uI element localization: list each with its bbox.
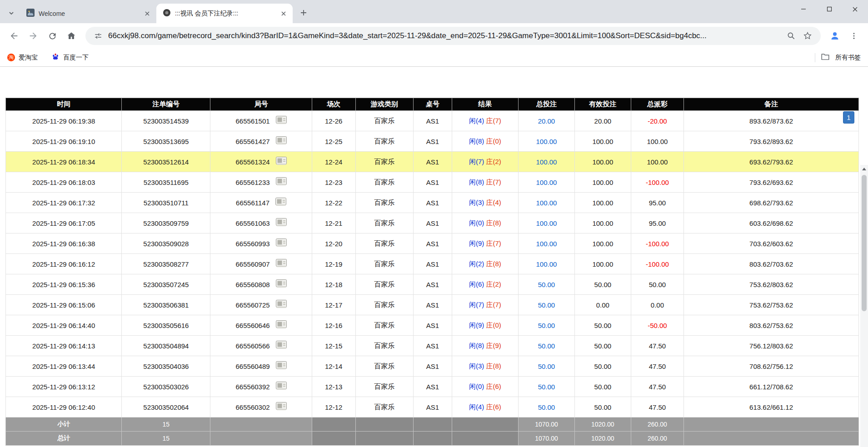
total-bet-link[interactable]: 100.00 bbox=[536, 260, 557, 268]
total-bet-link[interactable]: 100.00 bbox=[536, 179, 557, 186]
video-replay-icon[interactable] bbox=[276, 238, 287, 248]
forward-icon[interactable] bbox=[25, 28, 41, 44]
cell-game-type: 百家乐 bbox=[355, 131, 414, 152]
total-bet-link[interactable]: 100.00 bbox=[536, 158, 557, 166]
cell-table-number: AS1 bbox=[414, 131, 452, 152]
footer-empty-round bbox=[210, 432, 312, 446]
video-replay-icon[interactable] bbox=[276, 218, 287, 228]
result-banker: 庄(6) bbox=[486, 403, 501, 411]
tab-search-chevron-icon[interactable] bbox=[5, 6, 18, 20]
scroll-up-icon[interactable] bbox=[860, 165, 868, 173]
back-icon[interactable] bbox=[6, 28, 22, 44]
video-replay-icon[interactable] bbox=[276, 136, 287, 146]
cell-table-number: AS1 bbox=[414, 152, 452, 172]
cell-round-number: 665560725 bbox=[210, 295, 312, 315]
video-replay-icon[interactable] bbox=[276, 402, 287, 412]
window-close-icon[interactable] bbox=[842, 0, 868, 18]
result-player: 闲(8) bbox=[469, 178, 484, 186]
cell-payout: -20.00 bbox=[631, 111, 683, 131]
bookmark-star-icon[interactable] bbox=[801, 29, 814, 43]
tab-title: Welcome bbox=[39, 10, 139, 17]
total-bet-link[interactable]: 50.00 bbox=[538, 363, 555, 370]
video-replay-icon[interactable] bbox=[276, 279, 287, 289]
video-replay-icon[interactable] bbox=[276, 320, 287, 330]
header-valid-bet: 有效投注 bbox=[574, 98, 631, 111]
scrollbar[interactable] bbox=[860, 165, 868, 447]
total-bet-link[interactable]: 100.00 bbox=[536, 219, 557, 227]
cell-round-number: 665560489 bbox=[210, 356, 312, 377]
total-bet-link[interactable]: 50.00 bbox=[538, 301, 555, 309]
bookmark-item-aitaobao[interactable]: 淘 爱淘宝 bbox=[7, 54, 38, 62]
cell-time: 2025-11-29 06:14:40 bbox=[6, 315, 122, 336]
tab-welcome[interactable]: Welcome bbox=[20, 4, 156, 23]
round-number: 665561147 bbox=[236, 199, 269, 207]
profile-avatar-icon[interactable] bbox=[827, 28, 843, 44]
cell-total-bet: 50.00 bbox=[519, 356, 575, 377]
cell-table-number: AS1 bbox=[414, 172, 452, 193]
new-tab-button[interactable] bbox=[296, 5, 311, 20]
round-number: 665561427 bbox=[236, 138, 270, 145]
site-favicon bbox=[163, 9, 171, 19]
reload-icon[interactable] bbox=[44, 28, 60, 44]
site-settings-tune-icon[interactable] bbox=[92, 30, 105, 42]
address-bar[interactable]: 66cxkj98.com/game/betrecord_search/kind3… bbox=[85, 27, 821, 45]
round-number: 665561324 bbox=[236, 158, 270, 166]
tab-close-icon[interactable] bbox=[143, 9, 152, 18]
cell-valid-bet: 100.00 bbox=[574, 254, 631, 274]
cell-round-number: 665560566 bbox=[210, 336, 312, 356]
video-replay-icon[interactable] bbox=[276, 361, 287, 371]
video-replay-icon[interactable] bbox=[276, 300, 287, 310]
total-bet-link[interactable]: 50.00 bbox=[538, 342, 555, 350]
total-bet-link[interactable]: 50.00 bbox=[538, 281, 555, 288]
zoom-magnifier-icon[interactable] bbox=[784, 29, 798, 43]
round-number: 665561501 bbox=[236, 117, 270, 125]
tab-close-icon[interactable] bbox=[279, 9, 288, 18]
cell-total-bet: 100.00 bbox=[519, 152, 575, 172]
total-bet-link[interactable]: 50.00 bbox=[538, 383, 555, 391]
url-text[interactable]: 66cxkj98.com/game/betrecord_search/kind3… bbox=[108, 31, 782, 40]
video-replay-icon[interactable] bbox=[276, 259, 287, 269]
cell-round-number: 665561501 bbox=[210, 111, 312, 131]
header-table-number: 桌号 bbox=[414, 98, 452, 111]
total-bet-link[interactable]: 50.00 bbox=[538, 403, 555, 411]
all-bookmarks-button[interactable]: 所有书签 bbox=[815, 53, 861, 62]
video-replay-icon[interactable] bbox=[276, 177, 287, 187]
cell-bet-number: 523003505616 bbox=[122, 315, 210, 336]
cell-session: 12-22 bbox=[312, 193, 355, 213]
tab-bet-records[interactable]: :::视讯 会员下注纪录::: bbox=[156, 4, 293, 23]
table-footer-row: 总计 15 1070.00 1020.00 260.00 bbox=[6, 432, 859, 446]
result-banker: 庄(7) bbox=[486, 178, 501, 186]
round-number: 665560993 bbox=[236, 240, 270, 248]
total-bet-link[interactable]: 20.00 bbox=[538, 117, 555, 125]
header-total-bet: 总投注 bbox=[519, 98, 575, 111]
window-maximize-icon[interactable] bbox=[816, 0, 842, 18]
home-icon[interactable] bbox=[63, 28, 80, 44]
cell-table-number: AS1 bbox=[414, 295, 452, 315]
video-replay-icon[interactable] bbox=[276, 341, 287, 351]
menu-kebab-icon[interactable] bbox=[846, 28, 862, 44]
cell-session: 12-14 bbox=[312, 356, 355, 377]
cell-table-number: AS1 bbox=[414, 356, 452, 377]
window-minimize-icon[interactable] bbox=[790, 0, 816, 18]
footer-count: 15 bbox=[122, 432, 210, 446]
total-bet-link[interactable]: 100.00 bbox=[536, 240, 557, 248]
all-bookmarks-label: 所有书签 bbox=[835, 54, 861, 62]
bet-records-table: 时间 注单编号 局号 场次 游戏类别 桌号 结果 总投注 有效投注 总派彩 备注… bbox=[5, 98, 859, 446]
table-row: 2025-11-29 06:16:12 523003508277 6655609… bbox=[6, 254, 859, 274]
bookmark-item-baidu[interactable]: 百度一下 bbox=[51, 53, 89, 62]
cell-game-type: 百家乐 bbox=[355, 315, 414, 336]
total-bet-link[interactable]: 100.00 bbox=[536, 138, 557, 145]
total-bet-link[interactable]: 100.00 bbox=[536, 199, 557, 207]
scrollbar-thumb[interactable] bbox=[862, 175, 867, 311]
video-replay-icon[interactable] bbox=[276, 157, 287, 167]
cell-valid-bet: 100.00 bbox=[574, 213, 631, 233]
cell-valid-bet: 100.00 bbox=[574, 172, 631, 193]
video-replay-icon[interactable] bbox=[276, 116, 287, 126]
total-bet-link[interactable]: 50.00 bbox=[538, 322, 555, 329]
video-replay-icon[interactable] bbox=[276, 382, 287, 392]
pagination-page-1-button[interactable]: 1 bbox=[843, 111, 854, 124]
cell-total-bet: 50.00 bbox=[519, 397, 575, 417]
baidu-paw-icon bbox=[51, 53, 60, 62]
cell-round-number: 665560302 bbox=[210, 397, 312, 417]
video-replay-icon[interactable] bbox=[275, 198, 286, 208]
